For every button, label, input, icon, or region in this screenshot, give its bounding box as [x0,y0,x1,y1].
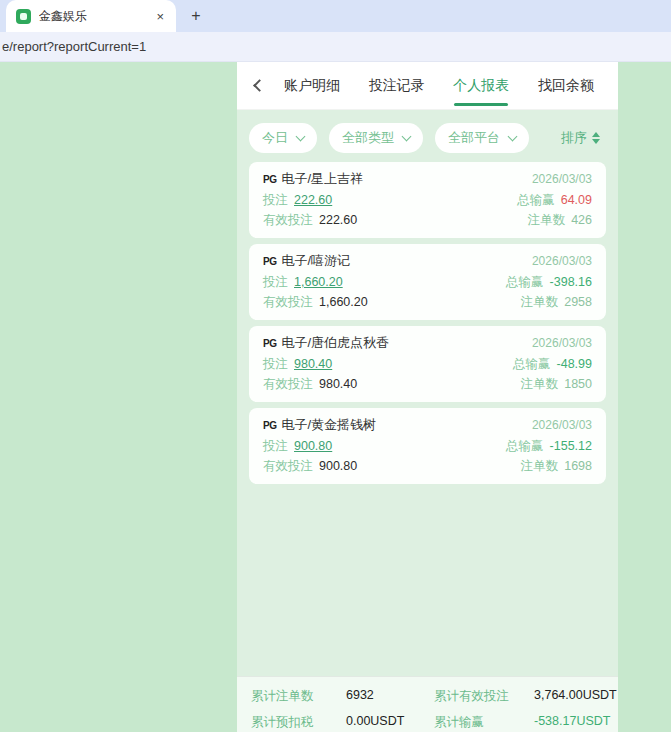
order-count-label: 注单数 [521,377,559,391]
total-winloss-label: 累计输赢 [434,714,534,731]
summary-footer: 累计注单数 6932 累计有效投注 3,764.00USDT 累计预扣税 0.0… [237,676,618,732]
order-count-label: 注单数 [521,459,559,473]
provider-logo: PG [263,338,276,349]
valid-bet-label: 有效投注 [263,213,313,227]
winloss-value: 64.09 [561,193,592,207]
winloss-value: -48.99 [557,357,592,371]
report-card: PG电子/嘻游记 2026/03/03 投注1,660.20 总输赢-398.1… [249,244,606,320]
report-card: PG电子/星上吉祥 2026/03/03 投注222.60 总输赢64.09 有… [249,162,606,238]
browser-tab-strip: 金鑫娱乐 × + [0,0,671,32]
bet-label: 投注 [263,439,288,453]
tab-bet-records[interactable]: 投注记录 [369,62,425,109]
report-panel: 账户明细 投注记录 个人报表 找回余额 今日 全部类型 全部平台 排序 [237,62,618,732]
bet-amount-link[interactable]: 980.40 [294,357,332,371]
valid-bet-value: 900.80 [319,459,357,473]
provider-logo: PG [263,420,276,431]
bet-amount-link[interactable]: 1,660.20 [294,275,343,289]
winloss-label: 总输赢 [513,357,551,371]
sort-label: 排序 [561,129,587,147]
sort-button[interactable]: 排序 [561,129,606,147]
sort-arrows-icon [592,132,600,144]
winloss-label: 总输赢 [517,193,555,207]
order-count-value: 2958 [564,295,592,309]
winloss-value: -398.16 [550,275,592,289]
bet-label: 投注 [263,357,288,371]
bet-amount-link[interactable]: 900.80 [294,439,332,453]
bet-label: 投注 [263,193,288,207]
valid-bet-label: 有效投注 [263,459,313,473]
filter-row: 今日 全部类型 全部平台 排序 [237,110,618,162]
valid-bet-value: 222.60 [319,213,357,227]
report-card: PG电子/唐伯虎点秋香 2026/03/03 投注980.40 总输赢-48.9… [249,326,606,402]
url-text: e/report?reportCurrent=1 [2,39,146,54]
date-range-dropdown[interactable]: 今日 [249,123,317,153]
date-range-value: 今日 [262,129,288,147]
total-orders-value: 6932 [346,688,434,705]
report-date: 2026/03/03 [532,415,592,435]
address-bar[interactable]: e/report?reportCurrent=1 [0,32,671,62]
total-valid-bet-label: 累计有效投注 [434,688,534,705]
order-count-value: 426 [571,213,592,227]
total-tax-value: 0.00USDT [346,714,434,731]
winloss-value: -155.12 [550,439,592,453]
order-count-value: 1698 [564,459,592,473]
game-title: 电子/星上吉祥 [281,171,363,186]
provider-logo: PG [263,256,276,267]
report-card: PG电子/黄金摇钱树 2026/03/03 投注900.80 总输赢-155.1… [249,408,606,484]
browser-tab[interactable]: 金鑫娱乐 × [6,0,176,32]
winloss-label: 总输赢 [506,275,544,289]
total-valid-bet-value: 3,764.00USDT [534,688,617,705]
page-background: 账户明细 投注记录 个人报表 找回余额 今日 全部类型 全部平台 排序 [0,62,671,732]
report-date: 2026/03/03 [532,251,592,271]
chevron-down-icon [296,131,306,141]
valid-bet-value: 980.40 [319,377,357,391]
back-icon[interactable] [253,79,266,92]
order-count-label: 注单数 [528,213,566,227]
tab-personal-report[interactable]: 个人报表 [453,62,509,109]
empty-area [237,490,618,676]
valid-bet-label: 有效投注 [263,295,313,309]
close-tab-icon[interactable]: × [154,9,166,24]
tab-title: 金鑫娱乐 [39,8,146,25]
report-date: 2026/03/03 [532,169,592,189]
game-title: 电子/唐伯虎点秋香 [281,335,389,350]
report-card-list: PG电子/星上吉祥 2026/03/03 投注222.60 总输赢64.09 有… [237,162,618,490]
report-tabs: 账户明细 投注记录 个人报表 找回余额 [278,62,600,109]
platform-dropdown[interactable]: 全部平台 [435,123,529,153]
tab-retrieve-balance[interactable]: 找回余额 [538,62,594,109]
total-winloss-value: -538.17USDT [534,714,617,731]
platform-value: 全部平台 [448,129,500,147]
total-tax-label: 累计预扣税 [251,714,346,731]
valid-bet-value: 1,660.20 [319,295,368,309]
game-title: 电子/嘻游记 [281,253,350,268]
new-tab-button[interactable]: + [184,4,208,28]
chevron-down-icon [508,131,518,141]
site-logo-icon [16,9,31,24]
type-value: 全部类型 [342,129,394,147]
chevron-down-icon [402,131,412,141]
order-count-label: 注单数 [521,295,559,309]
type-dropdown[interactable]: 全部类型 [329,123,423,153]
game-title: 电子/黄金摇钱树 [281,417,376,432]
winloss-label: 总输赢 [506,439,544,453]
provider-logo: PG [263,174,276,185]
report-date: 2026/03/03 [532,333,592,353]
total-orders-label: 累计注单数 [251,688,346,705]
bet-amount-link[interactable]: 222.60 [294,193,332,207]
report-navbar: 账户明细 投注记录 个人报表 找回余额 [237,62,618,110]
order-count-value: 1850 [564,377,592,391]
bet-label: 投注 [263,275,288,289]
tab-account-detail[interactable]: 账户明细 [284,62,340,109]
valid-bet-label: 有效投注 [263,377,313,391]
